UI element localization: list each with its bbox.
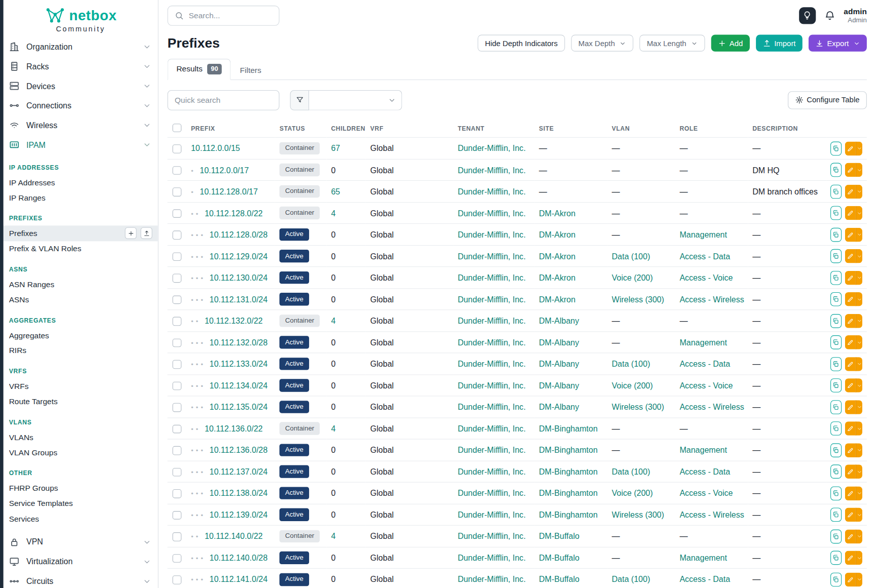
- site-link[interactable]: DM-Albany: [539, 360, 579, 369]
- row-checkbox[interactable]: [172, 273, 181, 282]
- row-checkbox[interactable]: [172, 187, 181, 196]
- copy-button[interactable]: [830, 378, 842, 393]
- edit-button[interactable]: [845, 206, 856, 220]
- edit-dropdown-toggle[interactable]: [856, 378, 862, 393]
- sidebar-item-asns[interactable]: ASNs: [4, 292, 158, 307]
- copy-button[interactable]: [830, 464, 842, 479]
- role-link[interactable]: Access - Data: [679, 360, 730, 369]
- site-link[interactable]: DM-Akron: [539, 273, 576, 282]
- row-checkbox[interactable]: [172, 489, 181, 498]
- copy-button[interactable]: [830, 529, 842, 543]
- vlan-link[interactable]: Wireless (300): [612, 403, 664, 412]
- row-checkbox[interactable]: [172, 554, 181, 563]
- sidebar-item-ip-addresses[interactable]: IP Addresses: [4, 175, 158, 190]
- theme-toggle-button[interactable]: [799, 7, 816, 24]
- saved-filter-select[interactable]: [309, 90, 402, 110]
- copy-button[interactable]: [830, 314, 842, 328]
- sidebar-group-vpn[interactable]: VPN: [4, 532, 158, 552]
- children-count-link[interactable]: 67: [331, 144, 340, 153]
- prefix-link[interactable]: 10.112.136.0/22: [205, 424, 263, 433]
- copy-button[interactable]: [830, 486, 842, 500]
- tenant-link[interactable]: Dunder-Mifflin, Inc.: [457, 144, 525, 153]
- brand-home-link[interactable]: netbox: [4, 7, 158, 24]
- role-link[interactable]: Access - Voice: [679, 489, 733, 498]
- site-link[interactable]: DM-Buffalo: [539, 532, 580, 541]
- edit-button[interactable]: [845, 551, 856, 565]
- prefix-link[interactable]: 10.112.140.0/28: [209, 554, 268, 563]
- site-link[interactable]: DM-Binghamton: [539, 467, 598, 476]
- column-header-tenant[interactable]: TENANT: [453, 118, 535, 138]
- edit-dropdown-toggle[interactable]: [856, 335, 862, 349]
- edit-dropdown-toggle[interactable]: [856, 249, 862, 263]
- vlan-link[interactable]: Data (100): [612, 252, 651, 261]
- sidebar-group-ipam[interactable]: IPAM: [4, 135, 158, 154]
- tenant-link[interactable]: Dunder-Mifflin, Inc.: [457, 532, 525, 541]
- tenant-link[interactable]: Dunder-Mifflin, Inc.: [457, 252, 525, 261]
- tenant-link[interactable]: Dunder-Mifflin, Inc.: [457, 575, 525, 584]
- tab-results[interactable]: Results 90: [167, 59, 231, 80]
- sidebar-item-service-templates[interactable]: Service Templates: [4, 496, 158, 511]
- column-header-description[interactable]: DESCRIPTION: [748, 118, 826, 138]
- edit-button[interactable]: [845, 270, 856, 285]
- edit-button[interactable]: [845, 335, 856, 349]
- quick-plus-button[interactable]: [125, 227, 136, 239]
- row-checkbox[interactable]: [172, 467, 181, 476]
- tenant-link[interactable]: Dunder-Mifflin, Inc.: [457, 381, 525, 390]
- sidebar-item-prefix-vlan-roles[interactable]: Prefix & VLAN Roles: [4, 241, 158, 256]
- tenant-link[interactable]: Dunder-Mifflin, Inc.: [457, 338, 525, 347]
- sidebar-group-racks[interactable]: Racks: [4, 57, 158, 76]
- site-link[interactable]: DM-Akron: [539, 295, 576, 304]
- tenant-link[interactable]: Dunder-Mifflin, Inc.: [457, 230, 525, 239]
- role-link[interactable]: Access - Data: [679, 252, 730, 261]
- children-count-link[interactable]: 4: [331, 209, 335, 218]
- edit-dropdown-toggle[interactable]: [856, 400, 862, 414]
- row-checkbox[interactable]: [172, 381, 181, 390]
- prefix-link[interactable]: 10.112.140.0/22: [205, 532, 263, 541]
- prefix-link[interactable]: 10.112.129.0/24: [209, 252, 268, 261]
- site-link[interactable]: DM-Albany: [539, 338, 579, 347]
- filter-button[interactable]: [290, 90, 310, 110]
- quick-search-input[interactable]: [167, 90, 279, 110]
- copy-button[interactable]: [830, 335, 842, 349]
- edit-button[interactable]: [845, 486, 856, 500]
- sidebar-group-circuits[interactable]: Circuits: [4, 571, 158, 588]
- edit-button[interactable]: [845, 249, 856, 263]
- column-header-role[interactable]: ROLE: [675, 118, 748, 138]
- max-depth-dropdown[interactable]: Max Depth: [571, 35, 633, 52]
- tenant-link[interactable]: Dunder-Mifflin, Inc.: [457, 403, 525, 412]
- site-link[interactable]: DM-Albany: [539, 317, 579, 326]
- sidebar-item-vlan-groups[interactable]: VLAN Groups: [4, 445, 158, 460]
- copy-button[interactable]: [830, 421, 842, 436]
- user-menu[interactable]: admin Admin: [844, 7, 867, 24]
- sidebar-group-connections[interactable]: Connections: [4, 96, 158, 115]
- row-checkbox[interactable]: [172, 403, 181, 412]
- edit-dropdown-toggle[interactable]: [856, 206, 862, 220]
- site-link[interactable]: DM-Binghamton: [539, 424, 598, 433]
- edit-button[interactable]: [845, 227, 856, 242]
- tab-filters[interactable]: Filters: [231, 60, 271, 80]
- prefix-link[interactable]: 10.112.139.0/24: [209, 510, 268, 519]
- copy-button[interactable]: [830, 400, 842, 414]
- sidebar-group-organization[interactable]: Organization: [4, 37, 158, 57]
- role-link[interactable]: Access - Voice: [679, 381, 733, 390]
- column-header-site[interactable]: SITE: [535, 118, 607, 138]
- sidebar-item-fhrp-groups[interactable]: FHRP Groups: [4, 480, 158, 495]
- edit-dropdown-toggle[interactable]: [856, 141, 862, 155]
- prefix-link[interactable]: 10.112.132.0/28: [209, 338, 268, 347]
- copy-button[interactable]: [830, 443, 842, 457]
- edit-button[interactable]: [845, 292, 856, 306]
- row-checkbox[interactable]: [172, 575, 181, 584]
- sidebar-item-prefixes[interactable]: Prefixes: [4, 225, 158, 241]
- sidebar-item-aggregates[interactable]: Aggregates: [4, 328, 158, 343]
- edit-dropdown-toggle[interactable]: [856, 421, 862, 436]
- row-checkbox[interactable]: [172, 230, 181, 239]
- sidebar-item-services[interactable]: Services: [4, 511, 158, 526]
- role-link[interactable]: Access - Data: [679, 575, 730, 584]
- sidebar-item-vlans[interactable]: VLANs: [4, 429, 158, 445]
- prefix-link[interactable]: 10.112.131.0/24: [209, 295, 268, 304]
- vlan-link[interactable]: Wireless (300): [612, 295, 664, 304]
- site-link[interactable]: DM-Buffalo: [539, 554, 580, 563]
- row-checkbox[interactable]: [172, 446, 181, 455]
- import-button[interactable]: Import: [756, 35, 803, 52]
- edit-dropdown-toggle[interactable]: [856, 464, 862, 479]
